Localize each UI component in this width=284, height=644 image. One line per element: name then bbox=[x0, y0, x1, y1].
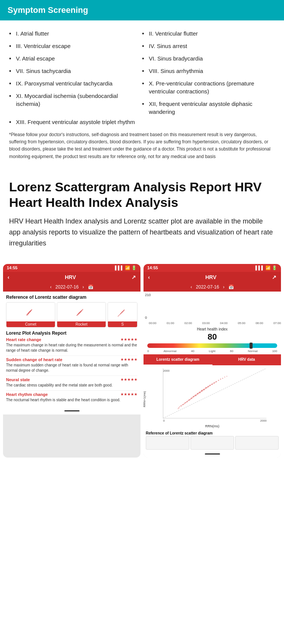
phone2-nav: ‹ HRV ↗ bbox=[144, 272, 281, 282]
phone2-back-icon[interactable]: ‹ bbox=[148, 274, 150, 280]
lorenz-description: HRV Heart Health Index analysis and Lore… bbox=[9, 216, 275, 248]
svg-point-114 bbox=[196, 394, 197, 395]
lorenz-thumb-rocket[interactable]: Rocket bbox=[57, 302, 106, 327]
x-label-7: 07:00 bbox=[273, 321, 281, 325]
svg-point-47 bbox=[80, 312, 81, 312]
svg-point-67 bbox=[184, 402, 186, 403]
svg-point-118 bbox=[204, 389, 205, 390]
phone1-title: HRV bbox=[65, 274, 76, 280]
phone2-home-indicator bbox=[205, 453, 220, 455]
metric-name-4: Heart rhythm change bbox=[6, 392, 48, 397]
phone2-calendar-icon[interactable]: 📅 bbox=[228, 284, 234, 290]
svg-point-117 bbox=[202, 390, 203, 391]
s-scatter-svg bbox=[115, 303, 130, 321]
metric-desc-2: The maximum sudden change of heart rate … bbox=[6, 363, 137, 373]
phone1-lorenz-plot: Lorenz Plot Analysis Report Heart rate c… bbox=[6, 331, 137, 403]
list-item: VI. Sinus bradycardia bbox=[142, 52, 271, 65]
svg-point-82 bbox=[216, 381, 217, 382]
metric-name-3: Neural state bbox=[6, 377, 30, 382]
phone1-back-icon[interactable]: ‹ bbox=[8, 274, 9, 280]
phone2-hrv-chart: 210 0 00:00 01:00 02:00 03:00 04:00 05:0… bbox=[144, 292, 281, 326]
metric-header-4: Heart rhythm change ★★★★★ bbox=[6, 392, 137, 397]
scale-abnormal: Abnormal bbox=[164, 349, 176, 353]
ref-thumb-3 bbox=[235, 436, 279, 450]
svg-point-112 bbox=[192, 397, 193, 398]
phone1-next-date[interactable]: › bbox=[83, 284, 84, 290]
chart-y-min: 0 bbox=[145, 316, 147, 320]
svg-point-45 bbox=[79, 313, 80, 314]
metric-stars-4: ★★★★★ bbox=[120, 392, 137, 396]
svg-text:2000: 2000 bbox=[163, 369, 170, 372]
scatter-plot-svg: 2000 0 2000 bbox=[147, 368, 278, 427]
phone-1: 14:55 ▌▌▌ 📶 🔋 ‹ HRV ↗ ‹ 2022-07-16 › 📅 R… bbox=[3, 264, 140, 458]
svg-point-85 bbox=[222, 378, 223, 379]
svg-point-51 bbox=[119, 314, 120, 315]
metric-name-1: Heart rate change bbox=[6, 337, 41, 342]
scale-60: 60 bbox=[230, 349, 233, 353]
phone1-calendar-icon[interactable]: 📅 bbox=[88, 284, 94, 290]
metric-desc-4: The nocturnal heart rhythm is stable and… bbox=[6, 397, 137, 403]
tab-hrv-data[interactable]: HRV data bbox=[212, 354, 281, 365]
lorenz-thumb-comet[interactable]: Comet bbox=[6, 302, 55, 327]
symptom-disclaimer: *Please follow your doctor's instruction… bbox=[9, 131, 275, 164]
svg-point-49 bbox=[118, 316, 119, 317]
phone1-plot-title: Lorenz Plot Analysis Report bbox=[6, 331, 137, 336]
list-item: III. Ventricular escape bbox=[9, 40, 138, 52]
metric-header-2: Sudden change of heart rate ★★★★★ bbox=[6, 357, 137, 362]
svg-point-84 bbox=[220, 379, 221, 380]
svg-point-106 bbox=[178, 408, 178, 409]
svg-point-46 bbox=[80, 312, 80, 313]
phone2-ref-thumbs bbox=[146, 436, 279, 450]
comet-scatter-svg bbox=[19, 303, 42, 321]
symptom-body: I. Atrial flutter III. Ventricular escap… bbox=[0, 20, 284, 168]
scale-40: 40 bbox=[191, 349, 194, 353]
phone1-time: 14:55 bbox=[7, 265, 17, 270]
metric-header-1: Heart rate change ★★★★★ bbox=[6, 337, 137, 342]
svg-point-43 bbox=[77, 315, 78, 315]
phone2-prev-date[interactable]: ‹ bbox=[190, 284, 192, 290]
phone2-share-icon[interactable]: ↗ bbox=[272, 274, 276, 280]
metric-heart-rate-change: Heart rate change ★★★★★ The maximum chan… bbox=[6, 337, 137, 353]
phone2-tabs: Lorentz scatter diagram HRV data bbox=[144, 354, 281, 365]
scatter-y-axis-label: RRN+1(ms) bbox=[144, 391, 146, 407]
phone1-prev-date[interactable]: ‹ bbox=[50, 284, 51, 290]
phone2-next-date[interactable]: › bbox=[223, 284, 225, 290]
svg-point-25 bbox=[30, 311, 31, 312]
symptom-columns: I. Atrial flutter III. Ventricular escap… bbox=[9, 27, 275, 118]
phone1-signal-icons: ▌▌▌ 📶 🔋 bbox=[115, 265, 137, 270]
x-label-5: 05:00 bbox=[238, 321, 245, 325]
svg-point-50 bbox=[119, 315, 119, 316]
metric-stars-3: ★★★★★ bbox=[120, 377, 137, 382]
phone1-share-icon[interactable]: ↗ bbox=[131, 274, 136, 280]
phone2-reference-bar: Reference of Lorentz scatter diagram bbox=[144, 430, 281, 451]
x-label-3: 03:00 bbox=[202, 321, 210, 325]
lorenz-thumb-s[interactable]: S bbox=[108, 302, 137, 327]
divider bbox=[6, 390, 137, 391]
svg-point-56 bbox=[123, 310, 124, 311]
health-scale-marker bbox=[250, 343, 253, 349]
svg-point-88 bbox=[179, 406, 180, 407]
lorenz-thumb-s-label: S bbox=[108, 321, 137, 327]
phones-container: 14:55 ▌▌▌ 📶 🔋 ‹ HRV ↗ ‹ 2022-07-16 › 📅 R… bbox=[0, 264, 284, 465]
svg-point-111 bbox=[190, 399, 190, 400]
svg-text:2000: 2000 bbox=[260, 419, 267, 422]
svg-point-20 bbox=[26, 315, 27, 316]
svg-point-87 bbox=[226, 376, 227, 377]
svg-point-108 bbox=[184, 403, 184, 404]
svg-point-103 bbox=[211, 384, 212, 385]
svg-point-23 bbox=[27, 315, 28, 315]
phone2-health-index: Heart health index 80 0 Abnormal 40 Ligh… bbox=[144, 326, 281, 354]
phone1-lorenz-thumbnails: Comet bbox=[6, 302, 137, 327]
svg-point-14 bbox=[31, 309, 32, 310]
svg-point-44 bbox=[78, 314, 79, 315]
symptom-screening-section: Symptom Screening I. Atrial flutter III.… bbox=[0, 0, 284, 168]
svg-point-120 bbox=[209, 386, 209, 386]
phone1-bottom-bar bbox=[3, 408, 140, 414]
symptom-full-item: XIII. Frequent ventricular asystole trip… bbox=[9, 118, 275, 126]
ref-thumb-2 bbox=[190, 436, 234, 450]
tab-lorentz-scatter[interactable]: Lorentz scatter diagram bbox=[144, 354, 212, 365]
metric-heart-rhythm: Heart rhythm change ★★★★★ The nocturnal … bbox=[6, 392, 137, 403]
lorenz-title: Lorenz Scattergram Analysis Report HRV H… bbox=[9, 179, 275, 210]
metric-neural-state: Neural state ★★★★★ The cardiac stress ca… bbox=[6, 377, 137, 388]
phone2-time: 14:55 bbox=[147, 265, 158, 270]
